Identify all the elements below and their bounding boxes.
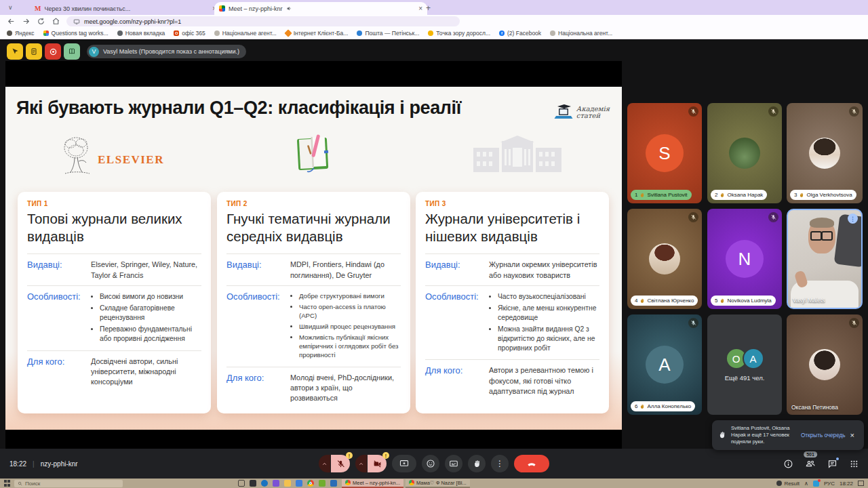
bookmark-newtab[interactable]: Новая вкладка bbox=[117, 30, 165, 37]
annotation-notes-button[interactable] bbox=[26, 43, 42, 60]
raised-hand-icon bbox=[719, 192, 725, 198]
camera-options-chevron-icon[interactable] bbox=[355, 455, 367, 472]
back-icon[interactable] bbox=[7, 17, 16, 26]
bookmark-facebook[interactable]: f(2) Facebook bbox=[499, 30, 541, 37]
mic-muted-icon bbox=[768, 212, 778, 222]
bookmark-internet-client[interactable]: Інтернет Клієнт-Ба... bbox=[285, 30, 349, 37]
toast-close-icon[interactable]: × bbox=[850, 431, 854, 439]
mic-control[interactable]: ! bbox=[319, 455, 350, 472]
reactions-button[interactable] bbox=[422, 455, 439, 472]
reload-icon[interactable] bbox=[37, 17, 45, 26]
captions-button[interactable] bbox=[445, 455, 462, 472]
academy-logo: Академія статей bbox=[553, 104, 610, 121]
tab-close-icon[interactable]: × bbox=[418, 5, 422, 12]
bookmark-favicon bbox=[357, 30, 362, 36]
features-row: Особливості: Часто вузькоспеціалізовані … bbox=[425, 285, 599, 359]
participant-tile[interactable]: 2 Oksana Hapak bbox=[707, 103, 782, 203]
camera-off-button[interactable]: ! bbox=[368, 455, 387, 472]
raised-hand-icon bbox=[718, 431, 726, 439]
card-title: Гнучкі тематичні журнали середніх видавц… bbox=[226, 210, 401, 245]
bookmark-mail[interactable]: Пошта — Петінськ... bbox=[357, 30, 419, 37]
audience-row: Для кого: Автори з релевантною темою і ф… bbox=[425, 359, 599, 401]
bookmark-nat-agency-1[interactable]: Національне агент... bbox=[214, 30, 277, 37]
tray-clock[interactable]: 18:22 bbox=[840, 481, 853, 487]
tab-gmail[interactable]: M Через 30 хвилин починаєтьс... × bbox=[30, 2, 221, 15]
participant-tile[interactable]: 4 Світлана Юрченко bbox=[627, 209, 702, 309]
outlook-icon[interactable] bbox=[261, 480, 268, 487]
language-indicator[interactable]: РУС bbox=[824, 481, 835, 487]
participant-name: Оксана Петинова bbox=[791, 404, 838, 411]
forward-icon[interactable] bbox=[22, 17, 31, 26]
tray-messenger-icon[interactable] bbox=[813, 481, 819, 487]
record-icon bbox=[49, 47, 58, 56]
leave-call-button[interactable] bbox=[514, 455, 549, 472]
pinned-app-icon-2[interactable] bbox=[330, 480, 337, 487]
bookmark-tochka-zoru[interactable]: Точка зору доросл... bbox=[428, 30, 490, 37]
visual-studio-icon[interactable] bbox=[273, 480, 279, 487]
tab-audio-icon[interactable] bbox=[286, 5, 292, 12]
taskbar-window-other[interactable]: Мама♡ Ф Nazar [Bl... bbox=[406, 479, 470, 488]
more-participants-tile[interactable]: O A Ещё 491 чел. bbox=[707, 314, 782, 415]
record-button[interactable] bbox=[45, 43, 61, 60]
people-panel-button[interactable]: 501 bbox=[805, 458, 816, 469]
task-view-icon[interactable] bbox=[238, 480, 245, 487]
raised-hand-icon bbox=[799, 192, 804, 198]
windows-taskbar: Поиск Meet – nzy-pphi-kn... Мама♡ Ф Naza… bbox=[0, 479, 868, 488]
raise-hand-button[interactable] bbox=[468, 455, 486, 472]
participant-tile[interactable]: S 1 Svitlana Pustovit bbox=[627, 103, 702, 203]
tile-more-options-icon[interactable]: ⋮ bbox=[848, 214, 858, 224]
tray-app-result[interactable]: Result bbox=[776, 481, 800, 487]
action-center-icon[interactable] bbox=[858, 481, 864, 486]
chat-icon bbox=[827, 459, 837, 469]
taskbar-search[interactable]: Поиск bbox=[14, 480, 123, 487]
activities-grid-icon[interactable] bbox=[849, 459, 859, 469]
mic-options-chevron-icon[interactable] bbox=[319, 455, 330, 472]
divider: | bbox=[33, 460, 35, 468]
mic-mute-button[interactable]: ! bbox=[331, 455, 350, 472]
bookmark-questions[interactable]: Questions tag works... bbox=[43, 30, 108, 37]
present-button[interactable] bbox=[392, 455, 416, 472]
features-row: Особливості: Високі вимоги до новизни Ск… bbox=[27, 285, 201, 350]
participant-tile[interactable]: 3 Olga Verkhovtsova bbox=[787, 103, 863, 203]
camera-control[interactable]: ! bbox=[355, 455, 387, 472]
site-settings-icon[interactable] bbox=[73, 18, 80, 25]
bookmark-nat-agency-2[interactable]: Національна агент... bbox=[550, 30, 612, 37]
more-options-button[interactable]: ⋮ bbox=[491, 455, 509, 472]
chrome-icon[interactable] bbox=[307, 480, 314, 487]
tab-meet-active[interactable]: Meet – nzy-pphi-knr × bbox=[214, 2, 427, 15]
pinned-app-icon[interactable] bbox=[250, 480, 256, 487]
journal-type-card-1: ТИП 1 Топові журнали великих видавців Ви… bbox=[18, 192, 211, 413]
address-bar[interactable]: meet.google.com/nzy-pphi-knr?pl=1 bbox=[66, 16, 460, 26]
meeting-details-icon[interactable] bbox=[783, 459, 793, 469]
taskbar-window-meet[interactable]: Meet – nzy-pphi-kn... bbox=[342, 479, 403, 488]
camera-warning-badge: ! bbox=[382, 452, 389, 459]
chat-panel-button[interactable] bbox=[827, 459, 837, 469]
tab-title: Через 30 хвилин починаєтьс... bbox=[44, 5, 130, 12]
bookmark-favicon bbox=[43, 30, 49, 36]
tray-expand-chevron-icon[interactable]: ∧ bbox=[804, 481, 808, 487]
participant-tile[interactable]: A 6 Алла Конопелько bbox=[627, 314, 702, 415]
file-explorer-icon[interactable] bbox=[284, 480, 291, 487]
participant-tile[interactable]: N 5 Novikova Ludmyla bbox=[707, 209, 782, 309]
participant-name-badge: 2 Oksana Hapak bbox=[711, 190, 767, 200]
notebook-image bbox=[294, 133, 332, 174]
camera-off-icon bbox=[373, 460, 382, 468]
nvidia-icon[interactable] bbox=[319, 480, 326, 487]
bookmark-yandex[interactable]: Яндекс bbox=[7, 30, 35, 37]
open-queue-link[interactable]: Открыть очередь bbox=[801, 432, 846, 439]
audience-row: Для кого: Молоді вчені, PhD-дослідники, … bbox=[226, 367, 401, 409]
participant-tile[interactable]: Оксана Петинова bbox=[787, 314, 863, 415]
publishers-row: Видавці: MDPI, Frontiers, Hindawi (до по… bbox=[226, 253, 401, 285]
elsevier-logo: ELSEVIER bbox=[58, 134, 164, 176]
annotation-cursor-button[interactable] bbox=[7, 43, 23, 60]
home-icon[interactable] bbox=[52, 17, 60, 26]
new-tab-button[interactable]: + bbox=[426, 3, 431, 13]
participant-tile-speaking[interactable]: ⋮ Vasyl Malets bbox=[787, 209, 863, 309]
start-button[interactable] bbox=[4, 480, 11, 487]
tab-search-chevron-icon[interactable]: ∨ bbox=[8, 4, 13, 11]
bookmark-office365[interactable]: Oофіс 365 bbox=[174, 30, 205, 37]
avatar bbox=[809, 349, 840, 380]
presentation-slide: Які бувають журнали Q1–Q2: класифікація … bbox=[5, 87, 622, 430]
mail-app-icon[interactable] bbox=[296, 480, 302, 487]
annotation-library-button[interactable] bbox=[64, 43, 80, 60]
